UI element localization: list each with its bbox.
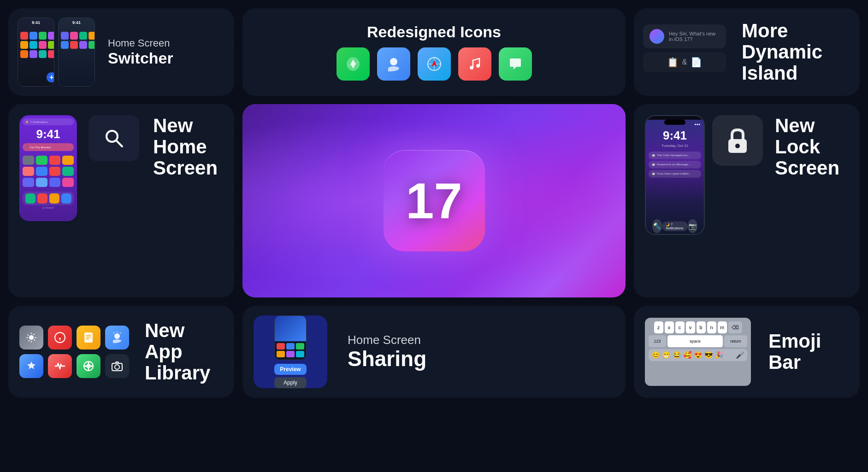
svg-point-24 <box>86 364 91 368</box>
phone1-time: 9:41 <box>18 18 54 27</box>
app-icon <box>79 32 87 40</box>
svg-point-10 <box>735 144 740 148</box>
hs-phone-wrapper: 🔔 7 Notifications 9:41 🎵 For This Moment <box>19 115 79 221</box>
sharing-app-5 <box>286 351 295 357</box>
sharing-mockup: 9:41 Preview Apply <box>254 315 327 388</box>
music-icon <box>458 47 491 81</box>
padlock-icon <box>725 126 750 155</box>
lock-time: 9:41 <box>646 128 704 143</box>
app-icon <box>61 41 69 49</box>
phone-icon <box>36 156 47 165</box>
kb-mic-icon[interactable]: 🎤 <box>736 351 744 359</box>
phone-screen-1: 9:41 <box>18 18 54 86</box>
search-icon-large <box>103 127 125 149</box>
app-icon <box>79 41 87 49</box>
app-icon <box>20 32 28 40</box>
sharing-title: Home Screen Sharing <box>348 333 426 371</box>
emoji-love[interactable]: 🥰 <box>683 351 692 359</box>
kb-n[interactable]: n <box>707 321 716 333</box>
main-grid: 9:41 <box>0 0 868 472</box>
sharing-buttons: Preview Apply <box>274 364 307 388</box>
lock-date: Tuesday, Oct 21 <box>646 144 704 148</box>
kb-emoji-row: 😊 😁 😂 🥰 😍 😎 🎉 🎤 <box>649 349 747 361</box>
app-icon <box>48 32 54 40</box>
svg-marker-14 <box>59 338 61 341</box>
maps2-icon <box>36 178 47 187</box>
switcher-phones-container: 9:41 <box>18 17 95 87</box>
kb-x[interactable]: x <box>665 321 674 333</box>
notification-dot: 🔔 <box>25 120 29 123</box>
music-widget-text: For This Moment <box>30 146 51 149</box>
emoji-heart-eyes[interactable]: 😍 <box>694 351 703 359</box>
kb-m[interactable]: m <box>718 321 727 333</box>
nhs-title-screen: Screen <box>153 157 218 179</box>
messenger-icon <box>23 178 34 187</box>
app-icon <box>20 50 28 58</box>
lock-notif-2: 💬 Respond to my iMessage... <box>649 161 701 169</box>
lock-notif-1: 💬 This Crab messaged you... <box>649 152 701 159</box>
activity-icon <box>48 354 72 378</box>
emoji-grin[interactable]: 😁 <box>662 351 671 359</box>
dynamic-island-title-more: More <box>742 20 822 41</box>
kb-c[interactable]: c <box>675 321 685 333</box>
sharing-icons-grid <box>275 341 306 359</box>
svg-marker-13 <box>59 334 61 338</box>
app-library-icons <box>19 326 129 378</box>
phone1-icons <box>18 29 54 60</box>
siri-orb <box>650 29 664 44</box>
kb-b[interactable]: b <box>697 321 706 333</box>
compass-app-icon <box>48 326 72 350</box>
emoji-cool[interactable]: 😎 <box>704 351 713 359</box>
svg-point-19 <box>114 333 120 339</box>
emoji-smiley[interactable]: 😊 <box>651 351 660 359</box>
kb-z[interactable]: z <box>654 321 663 333</box>
lock-camera-button: 📷 <box>688 219 697 233</box>
notif2-text: Respond to my iMessage... <box>657 163 691 166</box>
dynamic-island-title-dynamic: Dynamic <box>742 41 822 63</box>
kb-v[interactable]: v <box>686 321 695 333</box>
di-pill-siri: Hey Siri, What's new in iOS 17? <box>643 24 726 48</box>
svg-line-21 <box>120 332 121 333</box>
emoji-joy[interactable]: 😂 <box>673 351 681 359</box>
kb-row-2: 123 space return <box>649 335 747 347</box>
hs-search-label: Q Search <box>20 206 77 209</box>
dynamic-island-phone: Hey Siri, What's new in iOS 17? 📋 & 📄 <box>643 24 726 80</box>
lock-phone-screen: ●●● 9:41 Tuesday, Oct 21 💬 This Crab mes… <box>646 120 704 235</box>
document-icon: 📄 <box>691 57 702 68</box>
sharing-app-4 <box>277 351 285 357</box>
card-redesigned-icons: Redesigned Icons <box>242 8 626 96</box>
add-button[interactable]: + <box>47 72 54 82</box>
nls-title-lock: Lock <box>775 136 839 157</box>
kb-space[interactable]: space <box>667 335 723 347</box>
kb-backspace[interactable]: ⌫ <box>728 321 742 333</box>
app-icon <box>89 32 95 40</box>
svg-point-11 <box>29 335 34 340</box>
eb-title-bar: Bar <box>768 352 821 373</box>
emoji-party[interactable]: 🎉 <box>715 351 724 359</box>
kb-return[interactable]: return <box>724 335 747 347</box>
apply-button[interactable]: Apply <box>274 377 307 388</box>
discord-icon <box>49 178 61 187</box>
sharing-app-2 <box>286 343 295 350</box>
app-icon <box>70 32 78 40</box>
lock-dynamic-island <box>664 120 685 125</box>
dock-icon-2 <box>37 193 47 204</box>
music-widget-icon: 🎵 <box>25 146 28 149</box>
kb-123[interactable]: 123 <box>649 335 666 347</box>
card-ios17-center: 17 <box>242 104 626 297</box>
emoji-bar-title: Emoji Bar <box>768 331 821 373</box>
settings-icon <box>23 156 34 165</box>
weather-icon <box>377 47 410 81</box>
lock-icon-box <box>712 115 763 166</box>
ios17-logo-container: 17 <box>242 104 626 297</box>
messages-icon <box>499 47 532 81</box>
switcher-phone-2: 9:41 <box>58 17 95 87</box>
app-icon <box>61 32 69 40</box>
sharing-phone-screen <box>275 316 306 341</box>
switcher-phone-1: 9:41 <box>18 17 54 87</box>
dock-icon-4 <box>61 193 71 204</box>
lock-screen-title: New Lock Screen <box>775 115 839 179</box>
keyboard-mockup: z x c v b n m ⌫ 123 space return 😊 😁 😂 🥰 <box>645 318 751 386</box>
ampersand: & <box>682 58 687 66</box>
preview-button[interactable]: Preview <box>274 364 307 375</box>
